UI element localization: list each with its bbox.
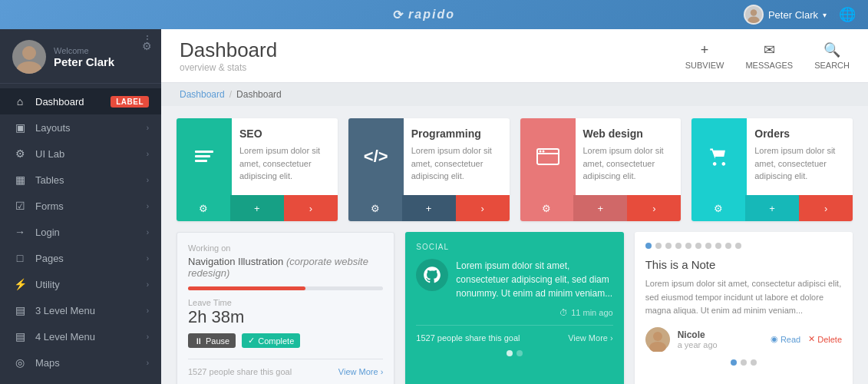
pause-button[interactable]: ⏸ Pause [188, 333, 236, 348]
webdesign-settings-btn[interactable]: ⚙ [520, 195, 574, 221]
social-time-value: 11 min ago [571, 308, 612, 317]
search-label: SEARCH [814, 61, 850, 70]
sidebar-item-layouts[interactable]: ▣ Layouts › [0, 114, 161, 141]
social-view-more[interactable]: View More › [568, 333, 613, 343]
note-top-dot-3 [665, 243, 672, 249]
pause-label: Pause [206, 336, 229, 346]
tables-nav-icon: ▦ [12, 174, 28, 186]
programming-arrow-btn[interactable]: › [456, 195, 510, 221]
complete-label: Complete [258, 336, 294, 346]
seo-arrow-btn[interactable]: › [284, 195, 338, 221]
orders-arrow-btn[interactable]: › [799, 195, 853, 221]
note-user-info: Nicole a year ago [678, 329, 763, 349]
sidebar-item-tables[interactable]: ▦ Tables › [0, 167, 161, 193]
sidebar-item-utility[interactable]: ⚡ Utility › [0, 271, 161, 297]
svg-rect-5 [195, 155, 210, 157]
sidebar-item-pages[interactable]: □ Pages › [0, 245, 161, 271]
nav-arrow: › [147, 306, 149, 315]
breadcrumb-link-dashboard[interactable]: Dashboard [180, 89, 225, 100]
bottom-row: Working on Navigation Illustration (corp… [177, 232, 853, 384]
sidebar-item-dashboard[interactable]: ⌂ Dashboard LABEL [0, 88, 161, 114]
header-actions: + SUBVIEW ✉ MESSAGES 🔍 SEARCH [685, 41, 850, 70]
fourlevel-nav-label: 4 Level Menu [35, 331, 147, 343]
working-title: Navigation Illustration (corporate websi… [188, 256, 383, 279]
note-bottom-dot-2 [741, 359, 747, 366]
svg-point-11 [653, 332, 662, 341]
seo-add-btn[interactable]: + [230, 195, 284, 221]
working-label: Working on [188, 243, 383, 253]
subview-button[interactable]: + SUBVIEW [685, 42, 724, 70]
sidebar-item-forms[interactable]: ☑ Forms › [0, 193, 161, 219]
x-icon: ✕ [808, 334, 815, 344]
fourlevel-nav-icon: ▤ [12, 330, 28, 343]
sidebar-item-fourlevel[interactable]: ▤ 4 Level Menu › [0, 323, 161, 349]
orders-add-btn[interactable]: + [745, 195, 799, 221]
sidebar-item-login[interactable]: → Login › [0, 219, 161, 245]
globe-icon[interactable]: 🌐 [839, 6, 856, 23]
webdesign-add-btn[interactable]: + [573, 195, 627, 221]
working-footer: 1527 people share this goal View More › [188, 359, 383, 376]
sidebar-item-maps[interactable]: ◎ Maps › [0, 349, 161, 376]
orders-settings-btn[interactable]: ⚙ [691, 195, 745, 221]
content-header: Dashboard overview & stats + SUBVIEW ✉ M… [161, 29, 868, 83]
search-icon: 🔍 [823, 41, 840, 58]
pages-nav-label: Pages [35, 253, 147, 264]
webdesign-text: Lorem ipsum dolor sit amet, consectetuer… [583, 144, 674, 183]
breadcrumb-separator: / [229, 89, 232, 100]
nav-arrow: › [147, 254, 149, 263]
sidebar-item-threelevel[interactable]: ▤ 3 Level Menu › [0, 297, 161, 323]
svg-point-3 [17, 61, 41, 74]
note-title: This is a Note [645, 258, 842, 271]
webdesign-arrow-btn[interactable]: › [627, 195, 681, 221]
programming-add-btn[interactable]: + [402, 195, 456, 221]
login-nav-label: Login [35, 227, 147, 238]
uilab-nav-icon: ⚙ [12, 147, 28, 160]
programming-settings-btn[interactable]: ⚙ [348, 195, 402, 221]
plus-icon: + [701, 42, 709, 58]
avatar [744, 5, 764, 25]
note-bottom-dot-3 [751, 359, 757, 366]
dashboard-nav-label: Dashboard [35, 96, 111, 108]
tables-nav-label: Tables [35, 174, 147, 186]
forms-nav-icon: ☑ [12, 200, 28, 212]
login-nav-icon: → [12, 226, 28, 238]
seo-settings-btn[interactable]: ⚙ [177, 195, 230, 221]
complete-button[interactable]: ✓ Complete [242, 333, 300, 348]
stat-card-seo: SEO Lorem ipsum dolor sit amet, consecte… [177, 118, 338, 221]
more-options-icon[interactable]: ⋮ [143, 34, 152, 45]
breadcrumb-current: Dashboard [236, 89, 282, 100]
user-menu[interactable]: Peter Clark ▾ [744, 5, 827, 25]
note-username: Nicole [678, 329, 763, 340]
nav-arrow: › [147, 124, 149, 132]
programming-icon: </> [348, 118, 404, 195]
view-more-link[interactable]: View More › [338, 367, 384, 376]
delete-button[interactable]: ✕ Delete [808, 334, 842, 344]
subview-label: SUBVIEW [685, 61, 724, 70]
user-name: Peter Clark [768, 9, 818, 21]
read-button[interactable]: ◉ Read [771, 334, 800, 344]
breadcrumb: Dashboard / Dashboard [161, 83, 868, 106]
content-body: SEO Lorem ipsum dolor sit amet, consecte… [161, 106, 868, 384]
orders-text: Lorem ipsum dolor sit amet, consectetuer… [754, 144, 845, 183]
note-actions: ◉ Read ✕ Delete [771, 334, 842, 344]
social-text: Lorem ipsum dolor sit amet, consectetuer… [456, 259, 612, 300]
mail-icon: ✉ [764, 41, 775, 58]
progress-bar [188, 286, 383, 290]
social-dots [416, 350, 612, 356]
logo-text: rapido [408, 8, 455, 22]
social-dot-2 [517, 350, 523, 356]
note-top-dot-4 [675, 243, 682, 249]
note-top-dot-1 [645, 243, 652, 249]
sidebar-item-uilab[interactable]: ⚙ UI Lab › [0, 141, 161, 167]
programming-title: Programming [411, 127, 502, 140]
maps-nav-label: Maps [35, 357, 147, 369]
svg-point-2 [22, 46, 36, 60]
main-content: Dashboard overview & stats + SUBVIEW ✉ M… [161, 29, 868, 384]
nav-arrow: › [147, 228, 149, 237]
search-button[interactable]: 🔍 SEARCH [814, 41, 850, 70]
page-subtitle: overview & stats [180, 62, 277, 73]
messages-button[interactable]: ✉ MESSAGES [745, 41, 793, 70]
working-card: Working on Navigation Illustration (corp… [177, 232, 394, 384]
threelevel-nav-label: 3 Level Menu [35, 305, 147, 316]
time-actions: ⏸ Pause ✓ Complete [188, 333, 383, 348]
